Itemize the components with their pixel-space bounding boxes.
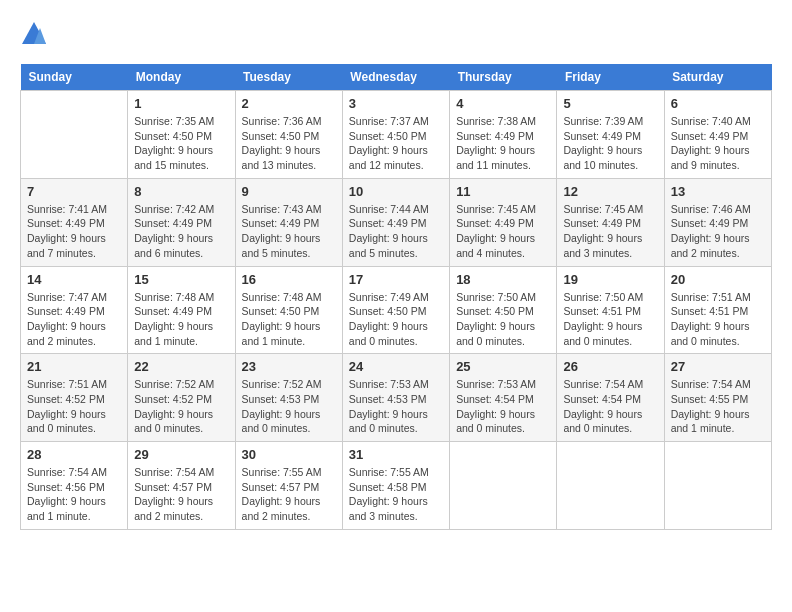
day-info: Sunrise: 7:50 AM Sunset: 4:50 PM Dayligh… bbox=[456, 290, 550, 349]
day-info: Sunrise: 7:46 AM Sunset: 4:49 PM Dayligh… bbox=[671, 202, 765, 261]
day-info: Sunrise: 7:49 AM Sunset: 4:50 PM Dayligh… bbox=[349, 290, 443, 349]
calendar-table: SundayMondayTuesdayWednesdayThursdayFrid… bbox=[20, 64, 772, 530]
day-info: Sunrise: 7:54 AM Sunset: 4:54 PM Dayligh… bbox=[563, 377, 657, 436]
day-info: Sunrise: 7:40 AM Sunset: 4:49 PM Dayligh… bbox=[671, 114, 765, 173]
day-number: 16 bbox=[242, 272, 336, 287]
day-info: Sunrise: 7:43 AM Sunset: 4:49 PM Dayligh… bbox=[242, 202, 336, 261]
calendar-cell: 9Sunrise: 7:43 AM Sunset: 4:49 PM Daylig… bbox=[235, 178, 342, 266]
day-number: 13 bbox=[671, 184, 765, 199]
day-info: Sunrise: 7:53 AM Sunset: 4:53 PM Dayligh… bbox=[349, 377, 443, 436]
day-number: 17 bbox=[349, 272, 443, 287]
day-number: 24 bbox=[349, 359, 443, 374]
day-number: 4 bbox=[456, 96, 550, 111]
calendar-cell: 19Sunrise: 7:50 AM Sunset: 4:51 PM Dayli… bbox=[557, 266, 664, 354]
day-info: Sunrise: 7:51 AM Sunset: 4:52 PM Dayligh… bbox=[27, 377, 121, 436]
calendar-cell bbox=[664, 442, 771, 530]
weekday-header-monday: Monday bbox=[128, 64, 235, 91]
calendar-cell: 7Sunrise: 7:41 AM Sunset: 4:49 PM Daylig… bbox=[21, 178, 128, 266]
calendar-cell: 31Sunrise: 7:55 AM Sunset: 4:58 PM Dayli… bbox=[342, 442, 449, 530]
day-info: Sunrise: 7:54 AM Sunset: 4:56 PM Dayligh… bbox=[27, 465, 121, 524]
page-header bbox=[20, 20, 772, 48]
day-number: 11 bbox=[456, 184, 550, 199]
day-info: Sunrise: 7:50 AM Sunset: 4:51 PM Dayligh… bbox=[563, 290, 657, 349]
calendar-cell: 12Sunrise: 7:45 AM Sunset: 4:49 PM Dayli… bbox=[557, 178, 664, 266]
day-info: Sunrise: 7:42 AM Sunset: 4:49 PM Dayligh… bbox=[134, 202, 228, 261]
calendar-week-row: 21Sunrise: 7:51 AM Sunset: 4:52 PM Dayli… bbox=[21, 354, 772, 442]
day-number: 31 bbox=[349, 447, 443, 462]
calendar-cell: 1Sunrise: 7:35 AM Sunset: 4:50 PM Daylig… bbox=[128, 91, 235, 179]
day-info: Sunrise: 7:55 AM Sunset: 4:57 PM Dayligh… bbox=[242, 465, 336, 524]
day-info: Sunrise: 7:53 AM Sunset: 4:54 PM Dayligh… bbox=[456, 377, 550, 436]
day-number: 8 bbox=[134, 184, 228, 199]
calendar-cell: 27Sunrise: 7:54 AM Sunset: 4:55 PM Dayli… bbox=[664, 354, 771, 442]
day-number: 1 bbox=[134, 96, 228, 111]
day-info: Sunrise: 7:41 AM Sunset: 4:49 PM Dayligh… bbox=[27, 202, 121, 261]
day-info: Sunrise: 7:38 AM Sunset: 4:49 PM Dayligh… bbox=[456, 114, 550, 173]
day-number: 30 bbox=[242, 447, 336, 462]
calendar-week-row: 14Sunrise: 7:47 AM Sunset: 4:49 PM Dayli… bbox=[21, 266, 772, 354]
calendar-cell: 26Sunrise: 7:54 AM Sunset: 4:54 PM Dayli… bbox=[557, 354, 664, 442]
weekday-header-sunday: Sunday bbox=[21, 64, 128, 91]
logo-icon bbox=[20, 20, 48, 48]
day-number: 22 bbox=[134, 359, 228, 374]
calendar-week-row: 28Sunrise: 7:54 AM Sunset: 4:56 PM Dayli… bbox=[21, 442, 772, 530]
weekday-header-wednesday: Wednesday bbox=[342, 64, 449, 91]
calendar-cell: 30Sunrise: 7:55 AM Sunset: 4:57 PM Dayli… bbox=[235, 442, 342, 530]
calendar-cell: 11Sunrise: 7:45 AM Sunset: 4:49 PM Dayli… bbox=[450, 178, 557, 266]
calendar-cell: 24Sunrise: 7:53 AM Sunset: 4:53 PM Dayli… bbox=[342, 354, 449, 442]
day-number: 7 bbox=[27, 184, 121, 199]
calendar-cell: 29Sunrise: 7:54 AM Sunset: 4:57 PM Dayli… bbox=[128, 442, 235, 530]
calendar-cell: 10Sunrise: 7:44 AM Sunset: 4:49 PM Dayli… bbox=[342, 178, 449, 266]
calendar-cell: 23Sunrise: 7:52 AM Sunset: 4:53 PM Dayli… bbox=[235, 354, 342, 442]
calendar-cell: 17Sunrise: 7:49 AM Sunset: 4:50 PM Dayli… bbox=[342, 266, 449, 354]
weekday-header-tuesday: Tuesday bbox=[235, 64, 342, 91]
calendar-cell: 14Sunrise: 7:47 AM Sunset: 4:49 PM Dayli… bbox=[21, 266, 128, 354]
day-number: 5 bbox=[563, 96, 657, 111]
calendar-cell: 5Sunrise: 7:39 AM Sunset: 4:49 PM Daylig… bbox=[557, 91, 664, 179]
calendar-cell: 8Sunrise: 7:42 AM Sunset: 4:49 PM Daylig… bbox=[128, 178, 235, 266]
day-number: 15 bbox=[134, 272, 228, 287]
day-info: Sunrise: 7:36 AM Sunset: 4:50 PM Dayligh… bbox=[242, 114, 336, 173]
calendar-cell: 2Sunrise: 7:36 AM Sunset: 4:50 PM Daylig… bbox=[235, 91, 342, 179]
day-info: Sunrise: 7:47 AM Sunset: 4:49 PM Dayligh… bbox=[27, 290, 121, 349]
day-info: Sunrise: 7:35 AM Sunset: 4:50 PM Dayligh… bbox=[134, 114, 228, 173]
calendar-cell: 15Sunrise: 7:48 AM Sunset: 4:49 PM Dayli… bbox=[128, 266, 235, 354]
calendar-cell: 13Sunrise: 7:46 AM Sunset: 4:49 PM Dayli… bbox=[664, 178, 771, 266]
calendar-cell: 22Sunrise: 7:52 AM Sunset: 4:52 PM Dayli… bbox=[128, 354, 235, 442]
day-number: 14 bbox=[27, 272, 121, 287]
day-number: 25 bbox=[456, 359, 550, 374]
day-info: Sunrise: 7:54 AM Sunset: 4:57 PM Dayligh… bbox=[134, 465, 228, 524]
calendar-header-row: SundayMondayTuesdayWednesdayThursdayFrid… bbox=[21, 64, 772, 91]
calendar-cell bbox=[450, 442, 557, 530]
day-number: 27 bbox=[671, 359, 765, 374]
calendar-week-row: 1Sunrise: 7:35 AM Sunset: 4:50 PM Daylig… bbox=[21, 91, 772, 179]
day-number: 10 bbox=[349, 184, 443, 199]
day-info: Sunrise: 7:45 AM Sunset: 4:49 PM Dayligh… bbox=[563, 202, 657, 261]
day-info: Sunrise: 7:48 AM Sunset: 4:49 PM Dayligh… bbox=[134, 290, 228, 349]
calendar-week-row: 7Sunrise: 7:41 AM Sunset: 4:49 PM Daylig… bbox=[21, 178, 772, 266]
calendar-cell: 28Sunrise: 7:54 AM Sunset: 4:56 PM Dayli… bbox=[21, 442, 128, 530]
calendar-cell: 3Sunrise: 7:37 AM Sunset: 4:50 PM Daylig… bbox=[342, 91, 449, 179]
calendar-cell: 6Sunrise: 7:40 AM Sunset: 4:49 PM Daylig… bbox=[664, 91, 771, 179]
day-number: 12 bbox=[563, 184, 657, 199]
day-number: 26 bbox=[563, 359, 657, 374]
day-number: 2 bbox=[242, 96, 336, 111]
day-number: 19 bbox=[563, 272, 657, 287]
day-info: Sunrise: 7:45 AM Sunset: 4:49 PM Dayligh… bbox=[456, 202, 550, 261]
day-info: Sunrise: 7:54 AM Sunset: 4:55 PM Dayligh… bbox=[671, 377, 765, 436]
calendar-cell: 18Sunrise: 7:50 AM Sunset: 4:50 PM Dayli… bbox=[450, 266, 557, 354]
day-number: 3 bbox=[349, 96, 443, 111]
weekday-header-thursday: Thursday bbox=[450, 64, 557, 91]
calendar-cell bbox=[21, 91, 128, 179]
calendar-cell: 20Sunrise: 7:51 AM Sunset: 4:51 PM Dayli… bbox=[664, 266, 771, 354]
day-info: Sunrise: 7:55 AM Sunset: 4:58 PM Dayligh… bbox=[349, 465, 443, 524]
day-info: Sunrise: 7:48 AM Sunset: 4:50 PM Dayligh… bbox=[242, 290, 336, 349]
day-number: 28 bbox=[27, 447, 121, 462]
day-info: Sunrise: 7:52 AM Sunset: 4:52 PM Dayligh… bbox=[134, 377, 228, 436]
day-info: Sunrise: 7:39 AM Sunset: 4:49 PM Dayligh… bbox=[563, 114, 657, 173]
calendar-cell: 16Sunrise: 7:48 AM Sunset: 4:50 PM Dayli… bbox=[235, 266, 342, 354]
logo bbox=[20, 20, 52, 48]
day-number: 20 bbox=[671, 272, 765, 287]
day-info: Sunrise: 7:44 AM Sunset: 4:49 PM Dayligh… bbox=[349, 202, 443, 261]
calendar-cell: 25Sunrise: 7:53 AM Sunset: 4:54 PM Dayli… bbox=[450, 354, 557, 442]
